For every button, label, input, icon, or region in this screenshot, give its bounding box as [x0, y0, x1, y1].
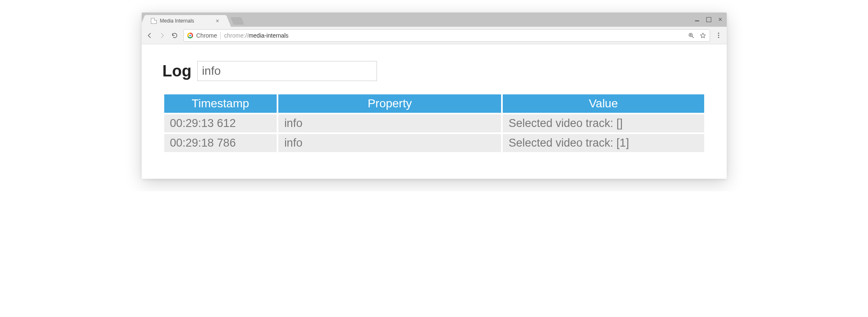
col-header-value[interactable]: Value — [503, 94, 704, 113]
browser-toolbar: Chrome chrome://media-internals — [142, 27, 727, 44]
close-tab-icon[interactable]: × — [214, 18, 221, 24]
bookmark-star-icon[interactable] — [700, 32, 706, 39]
cell-property: info — [278, 134, 501, 152]
reload-button[interactable] — [171, 32, 178, 39]
cell-value: Selected video track: [1] — [503, 134, 704, 152]
cell-property: info — [278, 114, 501, 132]
col-header-property[interactable]: Property — [278, 94, 501, 113]
page-content: Log Timestamp Property Value 00:29:13 61… — [142, 44, 727, 179]
col-header-timestamp[interactable]: Timestamp — [164, 94, 277, 113]
chrome-icon — [187, 33, 193, 38]
url-text: chrome://media-internals — [224, 32, 288, 39]
url-scheme: chrome:// — [224, 32, 248, 39]
back-button[interactable] — [146, 32, 153, 39]
close-window-button[interactable]: × — [718, 17, 723, 23]
new-tab-button[interactable] — [230, 17, 244, 25]
table-row[interactable]: 00:29:13 612 info Selected video track: … — [164, 114, 704, 132]
log-heading: Log — [163, 62, 192, 80]
origin-label: Chrome — [196, 32, 217, 39]
cell-timestamp: 00:29:13 612 — [164, 114, 277, 132]
zoom-icon[interactable] — [688, 32, 695, 39]
svg-line-1 — [692, 36, 693, 38]
table-row[interactable]: 00:29:18 786 info Selected video track: … — [164, 134, 704, 152]
page-icon — [151, 18, 157, 24]
browser-window: Media Internals × × Chrome chrome://medi… — [142, 13, 727, 179]
cell-timestamp: 00:29:18 786 — [164, 134, 277, 152]
table-header-row: Timestamp Property Value — [164, 94, 704, 113]
log-filter-input[interactable] — [197, 61, 377, 81]
window-controls: × — [694, 13, 723, 27]
log-header: Log — [163, 61, 706, 81]
cell-value: Selected video track: [] — [503, 114, 704, 132]
browser-tab[interactable]: Media Internals × — [146, 15, 225, 27]
forward-button[interactable] — [158, 32, 166, 39]
browser-menu-button[interactable] — [715, 32, 723, 39]
address-bar[interactable]: Chrome chrome://media-internals — [183, 29, 710, 42]
separator — [220, 32, 221, 39]
arrow-right-icon — [159, 32, 165, 39]
omnibox-actions — [688, 32, 706, 39]
arrow-left-icon — [146, 32, 153, 39]
url-path: media-internals — [249, 32, 289, 39]
log-table: Timestamp Property Value 00:29:13 612 in… — [163, 93, 706, 154]
minimize-button[interactable] — [694, 17, 700, 23]
tab-strip: Media Internals × × — [142, 13, 727, 27]
tab-title: Media Internals — [160, 18, 214, 24]
reload-icon — [171, 32, 178, 39]
maximize-button[interactable] — [706, 17, 712, 23]
